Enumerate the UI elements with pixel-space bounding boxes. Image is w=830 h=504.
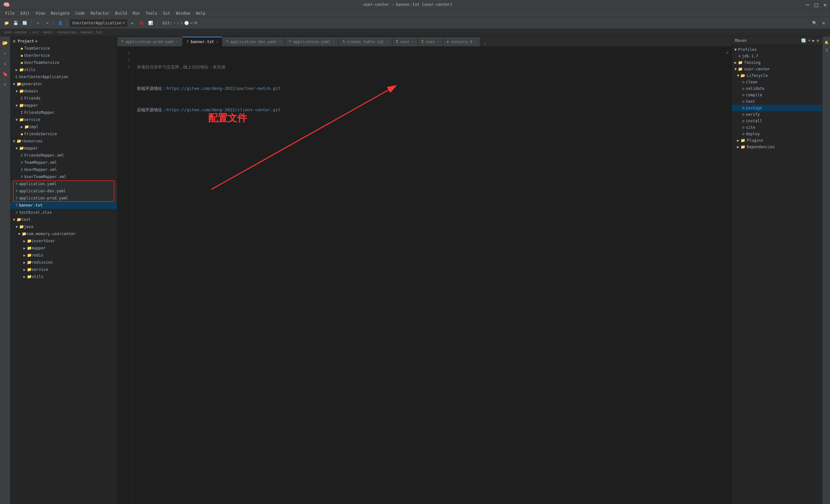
maven-refresh-btn[interactable]: 🔄 <box>801 38 806 43</box>
tree-service-test[interactable]: ▶ 📁 service <box>10 266 117 273</box>
breadcrumb-main[interactable]: main <box>43 30 52 34</box>
tree-mapper-res[interactable]: ▼ 📁 mapper <box>10 145 117 152</box>
tree-banner-txt[interactable]: T banner.txt <box>10 202 117 209</box>
editor-area[interactable]: 1 2 3 本项目仅供学习交流用，线上访问地址：未完成 前端开源地址：https… <box>117 47 731 504</box>
project-collapse[interactable]: ▼ <box>35 39 37 43</box>
tree-domain[interactable]: ▼ 📁 domain <box>10 88 117 95</box>
tab-app-yaml[interactable]: Y application.yaml × <box>285 37 339 46</box>
tab-app-dev-yaml[interactable]: Y application-dev.yaml × <box>222 37 285 46</box>
menu-git[interactable]: Git <box>160 10 173 16</box>
tree-userservice[interactable]: ● UserService <box>10 52 117 59</box>
menu-file[interactable]: File <box>3 10 17 16</box>
tree-resources[interactable]: ▼ 📁 resources <box>10 137 117 145</box>
run-btn[interactable]: ▶ <box>129 19 136 27</box>
minimize-btn[interactable]: ─ <box>806 1 809 8</box>
maven-settings-btn[interactable]: ⚙ <box>817 38 819 43</box>
tree-impl[interactable]: ▶ 📁 impl <box>10 123 117 130</box>
tree-utils-1[interactable]: ▶ 📁 utils <box>10 66 117 73</box>
tree-application-yaml[interactable]: Y application.yaml <box>10 180 117 187</box>
menu-help[interactable]: Help <box>193 10 208 16</box>
tab-app-yaml-close[interactable]: × <box>333 40 334 43</box>
git-up[interactable]: ↑ <box>181 21 183 25</box>
menu-window[interactable]: Window <box>173 10 193 16</box>
maven-clean[interactable]: ⚙ clean <box>732 79 822 85</box>
menu-code[interactable]: Code <box>73 10 88 16</box>
tree-userteamservice[interactable]: ● UserTeamService <box>10 59 117 66</box>
tab-create-table[interactable]: S create_table.sql × <box>339 37 392 46</box>
tree-teammapper-xml[interactable]: X TeamMapper.xml <box>10 159 117 166</box>
tree-usermapper-xml[interactable]: X UserMapper.xml <box>10 166 117 173</box>
code-area[interactable]: 本项目仅供学习交流用，线上访问地址：未完成 前端开源地址：https://git… <box>133 47 731 504</box>
maven-install[interactable]: ⚙ install <box>732 118 822 124</box>
git-translate[interactable]: ⟳ <box>194 21 197 25</box>
maven-dependencies[interactable]: ▶ 📁 Dependencies <box>732 144 822 150</box>
tree-application-dev-yaml[interactable]: Y application-dev.yaml <box>10 187 117 195</box>
run-config-selector[interactable]: UserCenterApplication ▼ <box>70 19 127 27</box>
maven-verify[interactable]: ⚙ verify <box>732 111 822 118</box>
tab-console-8-close[interactable]: × <box>474 40 476 43</box>
tree-friendsservice[interactable]: ● FriendsService <box>10 130 117 137</box>
tab-user-1[interactable]: C user × <box>392 37 418 46</box>
notifications-icon[interactable]: 🔔 <box>824 39 829 45</box>
maven-package[interactable]: ⚙ package <box>732 105 822 111</box>
maven-usercenter[interactable]: ▼ 📁 user-center <box>732 66 822 72</box>
git-revert[interactable]: ↩ <box>190 21 193 25</box>
tree-service-gen[interactable]: ▼ 📁 service <box>10 116 117 123</box>
breadcrumb-file[interactable]: banner.txt <box>81 30 102 34</box>
tree-generator[interactable]: ▼ 📁 generator <box>10 81 117 88</box>
tab-user-1-close[interactable]: × <box>411 40 413 43</box>
tab-app-dev-yaml-close[interactable]: × <box>279 40 281 43</box>
tab-user-2-close[interactable]: × <box>437 40 439 43</box>
tree-utils-test[interactable]: ▶ 📁 utils <box>10 273 117 280</box>
maven-site[interactable]: ⚙ site <box>732 124 822 131</box>
maximize-btn[interactable]: □ <box>815 1 818 8</box>
forward-btn[interactable]: → <box>43 19 51 27</box>
maven-plugins[interactable]: ▶ 📁 Plugins <box>732 137 822 144</box>
more-tabs-btn[interactable]: ⋮ <box>480 42 489 46</box>
tree-application-prod-yaml[interactable]: Y application-prod.yaml <box>10 195 117 202</box>
commit-icon[interactable]: ✔ <box>1 49 9 57</box>
menu-refactor[interactable]: Refactor <box>88 10 112 16</box>
tree-testexcel[interactable]: X testExcel.xlsx <box>10 209 117 216</box>
tree-test[interactable]: ▼ 📁 test <box>10 216 117 223</box>
tab-banner-txt[interactable]: T banner.txt × <box>183 37 222 46</box>
maven-jdk17[interactable]: ⚙ jdk-1.7 <box>732 53 822 59</box>
tree-usercenter-app[interactable]: C UserCenterApplication <box>10 73 117 81</box>
search-everywhere-btn[interactable]: 🔍 <box>810 19 818 27</box>
tab-banner-txt-close[interactable]: × <box>216 40 218 44</box>
menu-navigate[interactable]: Navigate <box>48 10 72 16</box>
structure-icon[interactable]: ≡ <box>1 81 9 88</box>
coverage-btn[interactable]: 📊 <box>147 19 155 27</box>
tree-teamservice[interactable]: ● TeamService <box>10 45 117 52</box>
tree-header[interactable]: ≡ Project ▼ <box>10 38 117 45</box>
tab-app-prod-yaml[interactable]: Y application-prod.yaml × <box>117 37 183 46</box>
breadcrumb-src[interactable]: src <box>32 30 39 34</box>
bookmarks-icon[interactable]: 🔖 <box>1 70 9 78</box>
tree-friends[interactable]: C Friends <box>10 95 117 102</box>
breadcrumb-resources[interactable]: resources <box>57 30 76 34</box>
tree-com-memory[interactable]: ▼ 📁 com.memory.usercenter <box>10 230 117 238</box>
menu-build[interactable]: Build <box>113 10 129 16</box>
profile-btn[interactable]: 👤 <box>56 19 64 27</box>
tree-mapper-test[interactable]: ▶ 📁 mapper <box>10 245 117 252</box>
tab-app-prod-yaml-close[interactable]: × <box>177 40 178 43</box>
tab-console-8[interactable]: ▶ console_8 × <box>443 37 480 46</box>
tree-userteammapper-xml[interactable]: X UserTeamMapper.xml <box>10 173 117 180</box>
settings-btn[interactable]: ⚙ <box>820 19 827 27</box>
maven-validate[interactable]: ⚙ validate <box>732 85 822 92</box>
window-controls[interactable]: ─ □ ✕ <box>806 1 827 8</box>
debug-btn[interactable]: 🐞 <box>138 19 146 27</box>
tab-user-2[interactable]: C user × <box>418 37 444 46</box>
run-config-dropdown[interactable]: ▼ <box>123 21 125 25</box>
menu-tools[interactable]: Tools <box>143 10 160 16</box>
maven-deploy[interactable]: ⚙ deploy <box>732 131 822 137</box>
tree-redission[interactable]: ▶ 📁 redission <box>10 259 117 266</box>
project-nav-icon[interactable]: 📂 <box>1 39 9 47</box>
maven-fanxing[interactable]: ▶ 📁 fanxing <box>732 59 822 66</box>
tree-java[interactable]: ▼ 📁 java <box>10 223 117 230</box>
maven-add-btn[interactable]: + <box>808 38 810 43</box>
tree-friendsmapper-xml[interactable]: X FriendsMapper.xml <box>10 152 117 159</box>
tree-redis[interactable]: ▶ 📁 redis <box>10 252 117 259</box>
back-btn[interactable]: ← <box>34 19 42 27</box>
tree-mapper-gen[interactable]: ▼ 📁 mapper <box>10 102 117 109</box>
